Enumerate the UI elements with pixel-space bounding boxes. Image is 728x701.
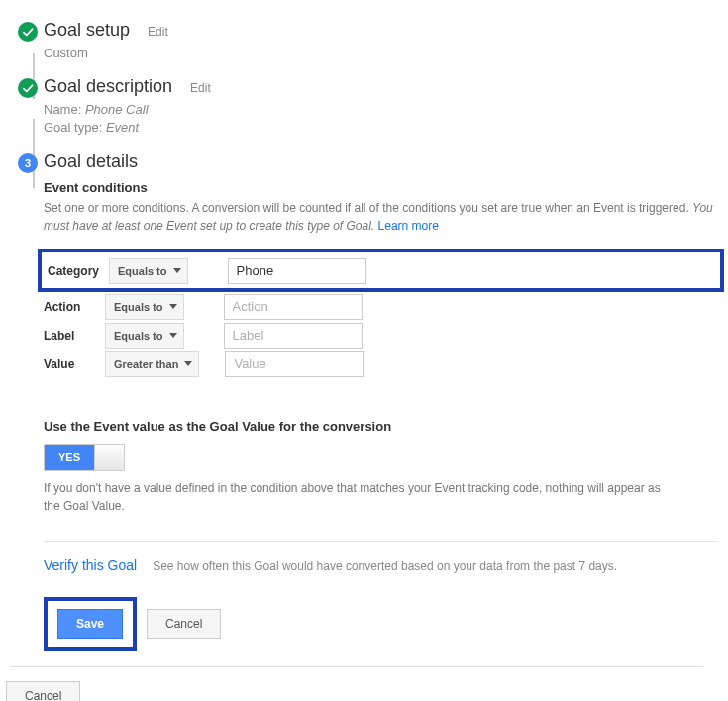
goal-value-note: If you don't have a value defined in the… bbox=[44, 479, 677, 515]
step-connector bbox=[33, 119, 35, 188]
chevron-down-icon bbox=[184, 361, 192, 366]
value-operator-dropdown[interactable]: Greater than bbox=[105, 351, 199, 377]
step-title: Goal details bbox=[44, 151, 138, 172]
verify-row: Verify this Goal See how often this Goal… bbox=[44, 557, 718, 573]
toggle-on-label: YES bbox=[45, 445, 94, 470]
goal-value-toggle[interactable]: YES bbox=[44, 444, 125, 471]
category-input[interactable] bbox=[228, 258, 366, 284]
condition-row-category: Category Equals to bbox=[48, 256, 714, 286]
condition-label: Value bbox=[44, 357, 105, 371]
check-icon bbox=[18, 22, 38, 42]
condition-label: Label bbox=[44, 329, 105, 343]
value-input[interactable] bbox=[225, 351, 364, 377]
check-icon bbox=[18, 78, 38, 98]
toggle-knob bbox=[94, 445, 124, 470]
divider bbox=[44, 541, 718, 542]
label-input[interactable] bbox=[224, 323, 363, 349]
category-highlight: Category Equals to bbox=[38, 249, 724, 292]
condition-row-label: Label Equals to bbox=[44, 321, 718, 350]
edit-link[interactable]: Edit bbox=[148, 25, 168, 39]
step-number-badge: 3 bbox=[18, 153, 38, 173]
type-value: Event bbox=[106, 120, 139, 135]
event-conditions-desc: Set one or more conditions. A conversion… bbox=[44, 199, 718, 235]
name-label: Name: bbox=[44, 102, 81, 117]
chevron-down-icon bbox=[169, 333, 177, 338]
condition-label: Action bbox=[44, 300, 105, 314]
step-goal-description: Goal description Edit Name: Phone Call G… bbox=[44, 76, 718, 137]
cancel-button[interactable]: Cancel bbox=[147, 609, 221, 639]
dropdown-value: Greater than bbox=[114, 358, 178, 370]
outer-button-row: Cancel bbox=[6, 681, 718, 701]
divider bbox=[10, 666, 703, 667]
goal-value-section: Use the Event value as the Goal Value fo… bbox=[44, 419, 718, 515]
action-input[interactable] bbox=[224, 294, 363, 320]
edit-link[interactable]: Edit bbox=[190, 81, 211, 95]
step-title: Goal setup bbox=[44, 20, 130, 41]
dropdown-value: Equals to bbox=[114, 330, 163, 342]
steps-container: Goal setup Edit Custom Goal description … bbox=[10, 20, 718, 651]
step-subtitle: Name: Phone Call Goal type: Event bbox=[44, 101, 718, 137]
step-goal-setup: Goal setup Edit Custom bbox=[44, 20, 718, 62]
learn-more-link[interactable]: Learn more bbox=[378, 219, 439, 233]
conditions-table: Category Equals to Action Equals to bbox=[44, 249, 718, 379]
name-value: Phone Call bbox=[85, 102, 149, 117]
dropdown-value: Equals to bbox=[114, 301, 163, 313]
save-button[interactable]: Save bbox=[57, 609, 123, 639]
condition-row-value: Value Greater than bbox=[44, 350, 718, 379]
verify-desc: See how often this Goal would have conve… bbox=[153, 559, 617, 573]
chevron-down-icon bbox=[173, 268, 181, 273]
event-conditions-heading: Event conditions bbox=[44, 180, 718, 195]
goal-config-page: Goal setup Edit Custom Goal description … bbox=[0, 0, 728, 701]
step-title: Goal description bbox=[44, 76, 172, 97]
label-operator-dropdown[interactable]: Equals to bbox=[105, 323, 184, 349]
step-subtitle: Custom bbox=[44, 45, 718, 62]
dropdown-value: Equals to bbox=[118, 265, 167, 277]
action-operator-dropdown[interactable]: Equals to bbox=[105, 294, 184, 320]
chevron-down-icon bbox=[169, 304, 177, 309]
condition-label: Category bbox=[48, 264, 109, 278]
verify-goal-link[interactable]: Verify this Goal bbox=[44, 557, 137, 573]
step-goal-details: 3 Goal details Event conditions Set one … bbox=[44, 151, 718, 651]
save-highlight: Save bbox=[44, 597, 137, 651]
desc-text: Set one or more conditions. A conversion… bbox=[44, 201, 692, 215]
inner-button-row: Save Cancel bbox=[44, 597, 718, 651]
category-operator-dropdown[interactable]: Equals to bbox=[109, 258, 188, 284]
goal-value-title: Use the Event value as the Goal Value fo… bbox=[44, 419, 718, 434]
type-label: Goal type: bbox=[44, 120, 102, 135]
condition-row-action: Action Equals to bbox=[44, 292, 718, 322]
cancel-button-outer[interactable]: Cancel bbox=[6, 681, 80, 701]
